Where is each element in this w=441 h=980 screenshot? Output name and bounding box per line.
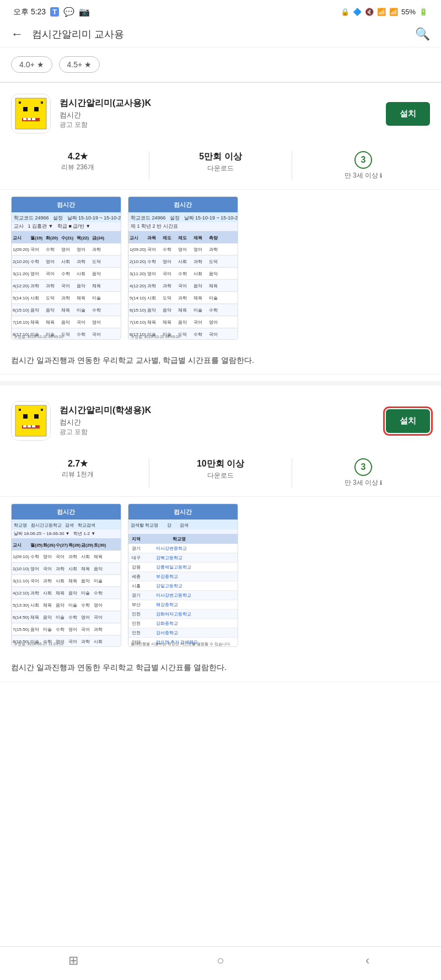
stat-divider-1b	[292, 151, 292, 180]
app-icon-2	[11, 401, 51, 441]
app-icon-1	[11, 94, 51, 133]
stat-rating-2: 2.7★ 리뷰 1천개	[11, 458, 144, 488]
wifi-icon: 📶	[377, 8, 386, 16]
app-card-1: 컴시간알리미(교사용)K 컴시간 광고 포함 설치	[0, 83, 441, 133]
search-button[interactable]: 🔍	[415, 27, 430, 41]
screenshot-1a	[11, 196, 121, 340]
screenshot-2a	[11, 504, 121, 647]
app-developer-1: 컴시간	[60, 110, 377, 120]
status-left: 오후 5:23 T 💬 📷	[13, 7, 90, 17]
battery-icon: 🔋	[419, 8, 428, 16]
status-time: 오후 5:23	[13, 7, 46, 17]
app-name-2: 컴시간알리미(학생용)K	[60, 405, 377, 416]
stats-row-2: 2.7★ 리뷰 1천개 10만회 이상 다운로드 3 만 3세 이상 ℹ	[0, 449, 441, 497]
app-name-1: 컴시간알리미(교사용)K	[60, 98, 377, 109]
nav-back-icon: ‹	[365, 954, 369, 968]
screenshots-1	[0, 190, 441, 346]
stat-divider-2b	[292, 458, 292, 488]
filter-bar: 4.0+ ★ 4.5+ ★	[0, 47, 441, 82]
app-info-2: 컴시간알리미(학생용)K 컴시간 광고 포함	[60, 405, 377, 437]
home-icon: ○	[217, 954, 224, 968]
talk-icon: T	[50, 7, 59, 17]
app-card-2: 컴시간알리미(학생용)K 컴시간 광고 포함 설치	[0, 390, 441, 441]
age-circle-2: 3	[354, 458, 372, 476]
app-tag-1: 광고 포함	[60, 120, 377, 130]
bottom-nav: ⊞ ○ ‹	[0, 946, 441, 980]
app-header-1: 컴시간알리미(교사용)K 컴시간 광고 포함 설치	[11, 94, 430, 133]
stat-divider-2a	[149, 458, 149, 488]
stat-rating-1: 4.2★ 리뷰 236개	[11, 151, 144, 180]
status-right: 🔒 🔷 🔇 📶 📶 55% 🔋	[341, 8, 428, 16]
info-icon-1: ℹ	[380, 172, 382, 179]
stat-downloads-2: 10만회 이상 다운로드	[154, 458, 287, 488]
nav-back[interactable]: ‹	[351, 954, 384, 969]
mute-icon: 🔇	[365, 8, 374, 16]
app-developer-2: 컴시간	[60, 417, 377, 427]
install-button-2[interactable]: 설치	[386, 409, 430, 433]
screenshots-2	[0, 497, 441, 654]
screenshot-1b	[128, 196, 238, 340]
stat-age-1: 3 만 3세 이상 ℹ	[297, 151, 430, 180]
screenshot-icon: 📷	[79, 7, 90, 17]
nav-home[interactable]: ○	[204, 954, 237, 969]
message-icon: 💬	[63, 7, 74, 17]
filter-chip-2[interactable]: 4.5+ ★	[59, 56, 100, 73]
filter-chip-1[interactable]: 4.0+ ★	[11, 56, 52, 73]
install-button-1[interactable]: 설치	[386, 102, 430, 126]
page-title: 컴시간알리미 교사용	[32, 28, 415, 41]
battery-percent: 55%	[401, 8, 416, 16]
nav-recent[interactable]: ⊞	[57, 954, 90, 969]
app-tag-2: 광고 포함	[60, 427, 377, 437]
recent-icon: ⊞	[68, 954, 78, 968]
age-circle-1: 3	[354, 151, 372, 169]
stat-downloads-1: 5만회 이상 다운로드	[154, 151, 287, 180]
stats-row-1: 4.2★ 리뷰 236개 5만회 이상 다운로드 3 만 3세 이상 ℹ	[0, 142, 441, 190]
bluetooth-icon: 🔷	[353, 8, 362, 16]
app-header-2: 컴시간알리미(학생용)K 컴시간 광고 포함 설치	[11, 401, 430, 441]
description-2: 컴시간 일과진행과 연동한 우리학교 학급별 시간표를 열람한다.	[0, 654, 441, 682]
signal-icon: 📶	[389, 8, 398, 16]
top-nav: ← 컴시간알리미 교사용 🔍	[0, 22, 441, 47]
info-icon-2: ℹ	[380, 479, 382, 486]
stat-age-2: 3 만 3세 이상 ℹ	[297, 458, 430, 488]
status-bar: 오후 5:23 T 💬 📷 🔒 🔷 🔇 📶 📶 55% 🔋	[0, 0, 441, 22]
app-info-1: 컴시간알리미(교사용)K 컴시간 광고 포함	[60, 98, 377, 130]
lock-icon: 🔒	[341, 8, 349, 16]
description-1: 컴시간 일과진행과 연동한 우리학교 교사별, 학급별 시간표를 열람한다.	[0, 346, 441, 374]
card-separator	[0, 381, 441, 385]
stat-divider-1a	[149, 151, 149, 180]
screenshot-2b	[128, 504, 238, 647]
back-button[interactable]: ←	[11, 27, 23, 41]
